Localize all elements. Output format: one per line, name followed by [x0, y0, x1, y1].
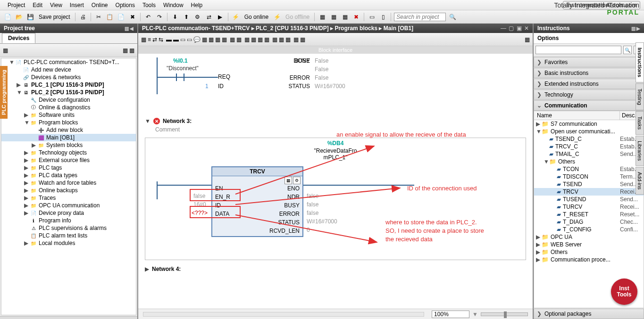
save-icon[interactable]: 💾	[25, 12, 35, 22]
tree-node[interactable]: ▶📁External source files	[1, 156, 136, 164]
e-icon-3[interactable]: ⇄	[152, 36, 157, 43]
collapse-network-icon[interactable]: ▼	[145, 118, 151, 124]
comm-row[interactable]: ▰TSENDSend...	[534, 180, 644, 188]
restore-icon[interactable]: ▢	[509, 25, 514, 32]
upload-icon[interactable]: ⬆	[182, 12, 191, 22]
e-icon-17[interactable]: ▦	[251, 36, 256, 43]
network-4-header[interactable]: ▶ Network 4:	[145, 266, 526, 272]
comm-row[interactable]: ▼📁Others	[534, 158, 644, 165]
misc-icon-2[interactable]: ▦	[329, 12, 338, 22]
editor-body[interactable]: %I0.1 "Disconnect" REQ ID 1 DONE False B…	[138, 54, 533, 309]
menu-options[interactable]: Options	[112, 1, 139, 9]
comm-row[interactable]: ▶📁Communication proce...	[534, 256, 644, 263]
r-collapse-icon[interactable]: ▥	[631, 26, 636, 31]
comm-row[interactable]: ▶📁WEB Server	[534, 241, 644, 248]
cut-icon[interactable]: ✂	[94, 12, 103, 22]
comm-row[interactable]: ▰TSEND_CEstab...	[534, 135, 644, 143]
e-icon-24[interactable]: ▦	[300, 36, 305, 43]
go-online-icon[interactable]: ⚡	[231, 12, 241, 22]
tree-node[interactable]: ▶📁Local modules	[1, 239, 136, 247]
tree-node[interactable]: ▼📁Program blocks	[1, 119, 136, 126]
comm-row[interactable]: ▰TCONEstab...	[534, 165, 644, 173]
side-tab-addins[interactable]: Add-ins	[636, 167, 644, 195]
menu-online[interactable]: Online	[88, 1, 112, 9]
comm-row[interactable]: ▼📁Open user communicati...	[534, 128, 644, 135]
comm-row[interactable]: ▶📁OPC UA	[534, 233, 644, 241]
devices-tab[interactable]: Devices	[2, 33, 35, 43]
comm-row[interactable]: ▶📁S7 communication	[534, 120, 644, 128]
plc-programming-side-tab[interactable]: PLC programming	[0, 66, 8, 119]
acc-communication[interactable]: ⌄Communication	[534, 100, 644, 111]
close-icon[interactable]: ◀	[130, 26, 134, 31]
tree-node[interactable]: ▶📁Watch and force tables	[1, 179, 136, 187]
side-tab-libraries[interactable]: Libraries	[636, 136, 644, 166]
menu-project[interactable]: Project	[4, 1, 29, 9]
tree-node[interactable]: ▶📁PLC data types	[1, 172, 136, 179]
e-icon-23[interactable]: ▦	[293, 36, 299, 43]
split-h-icon[interactable]: ▭	[367, 12, 376, 22]
redo-icon[interactable]: ↷	[155, 12, 164, 22]
col-name[interactable]: Name	[534, 111, 620, 120]
split-v-icon[interactable]: ▯	[378, 12, 388, 22]
comm-row[interactable]: ▶📁Others	[534, 248, 644, 256]
search-go-icon[interactable]: 🔍	[448, 12, 457, 22]
comm-row[interactable]: ▰TMAIL_CSend...	[534, 150, 644, 158]
delete-icon[interactable]: ✖	[128, 12, 137, 22]
side-tab-tasks[interactable]: Tasks	[636, 111, 644, 135]
comm-row[interactable]: ▰TURCVRecei...	[534, 203, 644, 211]
comm-row[interactable]: ▰TUSENDSend...	[534, 196, 644, 203]
menu-help[interactable]: Help	[187, 1, 207, 9]
maximize-icon[interactable]: ▣	[517, 25, 522, 32]
tree-node[interactable]: 🔧Device configuration	[1, 96, 136, 104]
trcv-block[interactable]: TRCV ▦ ⚙ EN EN_R ID DATA ENO NDR BUSY ER…	[211, 166, 303, 237]
zoom-slider[interactable]	[481, 312, 528, 316]
e-icon-22[interactable]: ▦	[285, 36, 291, 43]
tree-node[interactable]: ▶📁Software units	[1, 111, 136, 119]
tree-node[interactable]: ⚠PLC supervisions & alarms	[1, 224, 136, 232]
e-icon-12[interactable]: ▦	[215, 36, 220, 43]
tree-node[interactable]: ▶📁Online backups	[1, 187, 136, 194]
tree-node[interactable]: 📋PLC alarm text lists	[1, 232, 136, 239]
network-3-header[interactable]: ▼ ✕ Network 3:	[145, 118, 526, 124]
e-icon-end[interactable]: ▦	[525, 36, 530, 43]
e-icon-7[interactable]: ▭	[180, 36, 185, 43]
e-icon-14[interactable]: ▦	[230, 36, 235, 43]
comm-row[interactable]: ▰TRCV_CEstab...	[534, 143, 644, 150]
trcv-config-icon[interactable]: ⚙	[293, 177, 301, 184]
acc-optional[interactable]: ❯Optional packages	[534, 309, 644, 319]
side-tab-testing[interactable]: Testing	[636, 83, 644, 110]
e-icon-4[interactable]: ⇆	[159, 36, 163, 43]
open-project-icon[interactable]: 📂	[14, 12, 24, 22]
menu-edit[interactable]: Edit	[29, 1, 46, 9]
acc-favorites[interactable]: ❯Favorites	[534, 57, 644, 67]
e-icon-9[interactable]: 💬	[193, 36, 201, 43]
tree-node[interactable]: ▼🖥PLC_2 [CPU 1516-3 PN/DP]	[1, 89, 136, 96]
paste-icon[interactable]: 📄	[117, 12, 126, 22]
side-tab-instructions[interactable]: Instructions	[636, 42, 644, 82]
collapse-icon[interactable]: ▥	[125, 26, 129, 31]
comm-row[interactable]: ▰TDISCONTerm...	[534, 173, 644, 180]
sim-icon[interactable]: ▶	[216, 12, 225, 22]
tree-node[interactable]: ▶📁Technology objects	[1, 149, 136, 156]
menu-tools[interactable]: Tools	[139, 1, 159, 9]
comm-row[interactable]: ▰T_DIAGChec...	[534, 218, 644, 226]
acc-technology[interactable]: ❯Technology	[534, 90, 644, 100]
menu-window[interactable]: Window	[159, 1, 187, 9]
download-icon[interactable]: ⬇	[170, 12, 180, 22]
tree-view-icon-1[interactable]: ▦	[123, 47, 128, 54]
tree-view-icon-2[interactable]: ▦	[129, 47, 134, 54]
trcv-info-icon[interactable]: ▦	[284, 177, 292, 184]
e-icon-19[interactable]: ▦	[264, 36, 269, 43]
copy-icon[interactable]: 📋	[105, 12, 115, 22]
e-icon-2[interactable]: ≡	[148, 36, 151, 43]
tree-node[interactable]: ℹProgram info	[1, 217, 136, 224]
project-tree[interactable]: ▼📄PLC-PLC communcation- TSEND+T...📄Add n…	[1, 58, 136, 315]
close-window-icon[interactable]: ✕	[524, 25, 529, 32]
e-icon-6[interactable]: ▬	[173, 36, 179, 43]
e-icon-10[interactable]: ▦	[202, 36, 207, 43]
tree-node[interactable]: ▼📄PLC-PLC communcation- TSEND+T...	[1, 58, 136, 66]
h-scrollbar[interactable]	[143, 312, 424, 317]
tree-node[interactable]: 🟪Main [OB1]	[1, 134, 136, 141]
misc-icon-4[interactable]: ✖	[351, 12, 361, 22]
go-offline-icon[interactable]: ⚡	[272, 12, 282, 22]
